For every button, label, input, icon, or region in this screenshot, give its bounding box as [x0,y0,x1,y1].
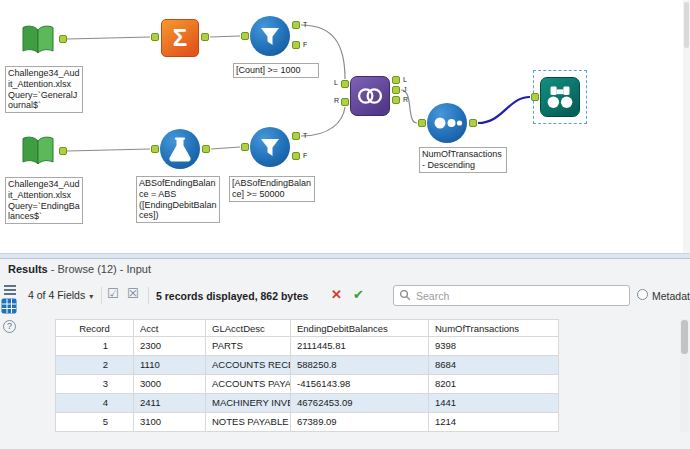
filter1-true-anchor[interactable] [292,21,300,29]
table-cell[interactable]: 8684 [429,356,559,375]
table-cell[interactable]: 9398 [429,337,559,356]
sort-input-anchor[interactable] [418,119,426,127]
table-cell[interactable]: -4156143.98 [291,375,429,394]
search-box [393,285,630,306]
record-number-cell[interactable]: 3 [56,375,134,394]
select-cells-icon[interactable]: ☑ [107,286,119,301]
browse-input-anchor[interactable] [531,93,539,101]
table-cell[interactable]: 67389.09 [291,413,429,432]
wire-formula-to-filter2[interactable] [211,147,240,149]
formula-output-anchor[interactable] [202,145,210,153]
records-info: 5 records displayed, 862 bytes [156,290,308,302]
column-header-glacctdesc[interactable]: GLAcctDesc [206,319,291,337]
help-icon[interactable]: ? [3,320,16,333]
table-row: 33000ACCOUNTS PAYABLE-4156143.988201 [56,375,559,394]
input-data-tool-generaljournal[interactable] [18,20,58,60]
wire-input1-to-summarize[interactable] [67,37,150,39]
table-cell[interactable]: 3000 [134,375,206,394]
apply-check-icon[interactable]: ✔ [353,287,364,302]
join-join-output-anchor[interactable] [392,86,400,94]
formula-tool[interactable] [160,129,200,169]
results-toolbar: 4 of 4 Fields▾ ☑ ☒ 5 records displayed, … [0,281,690,311]
table-cell[interactable]: 2111445.81 [291,337,429,356]
fields-dropdown[interactable]: 4 of 4 Fields▾ [28,289,93,301]
fields-dropdown-label: 4 of 4 Fields [28,289,85,301]
results-vertical-scrollbar[interactable] [680,319,689,432]
scrollbar-thumb[interactable] [684,2,689,48]
input-data-tool-endingbalances[interactable] [18,131,58,171]
column-header-acct[interactable]: Acct [134,319,206,337]
filter1-false-anchor[interactable] [292,41,300,49]
table-cell[interactable]: 2300 [134,337,206,356]
sigma-icon: Σ [162,20,198,56]
toolbar-separator [101,287,102,304]
summarize-input-anchor[interactable] [151,33,159,41]
anchor-label-false: F [303,152,307,160]
input2-output-anchor[interactable] [59,147,67,155]
sort-output-anchor[interactable] [469,119,477,127]
filter2-false-anchor[interactable] [292,152,300,160]
summarize-output-anchor[interactable] [201,33,209,41]
table-cell[interactable]: NOTES PAYABLE [206,413,291,432]
deselect-cells-icon[interactable]: ☒ [127,286,139,301]
join-tool[interactable] [350,76,390,116]
filter2-true-anchor[interactable] [292,132,300,140]
table-cell[interactable]: 3100 [134,413,206,432]
summarize-tool[interactable]: Σ [161,19,199,57]
join-left-output-anchor[interactable] [392,76,400,84]
table-cell[interactable]: 2411 [134,394,206,413]
table-cell[interactable]: 8201 [429,375,559,394]
table-row: 42411MACHINERY INVENTORY46762453.091441 [56,394,559,413]
results-subtitle: - Browse (12) - Input [51,263,151,275]
table-cell[interactable]: 46762453.09 [291,394,429,413]
annotation-input1[interactable]: Challenge34_Audit_Attention.xlsx Query=`… [5,66,83,113]
formula-input-anchor[interactable] [151,145,159,153]
filter-tool-count[interactable] [250,16,290,56]
table-cell[interactable]: 1214 [429,413,559,432]
wire-join-to-sort[interactable] [401,90,417,123]
table-cell[interactable]: PARTS [206,337,291,356]
canvas-vertical-scrollbar[interactable] [683,0,690,253]
column-header-record[interactable]: Record [56,319,134,337]
browse-tool[interactable] [540,77,580,117]
help-glyph: ? [7,321,12,331]
table-cell[interactable]: ACCOUNTS PAYABLE [206,375,291,394]
wire-input2-to-formula[interactable] [67,149,150,151]
filter2-input-anchor[interactable] [241,143,249,151]
join-right-input-anchor[interactable] [341,98,349,106]
table-cell[interactable]: 1110 [134,356,206,375]
record-number-cell[interactable]: 2 [56,356,134,375]
filter-tool-abs[interactable] [250,127,290,167]
column-header-endingdebitbalances[interactable]: EndingDebitBalances [291,319,429,337]
record-number-cell[interactable]: 1 [56,337,134,356]
table-cell[interactable]: ACCOUNTS RECEIVABLE [206,356,291,375]
annotation-filter1[interactable]: [Count] >= 1000 [233,63,319,78]
wire-summarize-to-filter1[interactable] [210,36,240,37]
join-right-output-anchor[interactable] [392,96,400,104]
annotation-sort[interactable]: NumOfTransactions - Descending [419,147,507,173]
table-cell[interactable]: MACHINERY INVENTORY [206,394,291,413]
filter1-input-anchor[interactable] [241,32,249,40]
workflow-canvas[interactable]: Σ [0,0,690,253]
join-left-input-anchor[interactable] [341,80,349,88]
results-panel: Results- Browse (12) - Input ? 4 of 4 Fi… [0,258,690,449]
search-input[interactable] [393,285,630,306]
record-number-cell[interactable]: 4 [56,394,134,413]
anchor-label-true: T [303,21,307,29]
sort-tool[interactable] [427,103,467,143]
annotation-filter2[interactable]: [ABSofEndingBalance] >= 50000 [229,176,315,202]
metadata-radio[interactable] [637,289,648,300]
record-number-cell[interactable]: 5 [56,413,134,432]
input1-output-anchor[interactable] [59,35,67,43]
clear-icon[interactable]: ✕ [331,287,342,302]
scrollbar-thumb[interactable] [681,320,688,354]
column-header-numoftransactions[interactable]: NumOfTransactions [429,319,559,337]
table-cell[interactable]: 588250.8 [291,356,429,375]
wire-filter2-true-to-join-right[interactable] [301,107,345,136]
annotation-input2[interactable]: Challenge34_Audit_Attention.xlsx Query=`… [5,177,83,224]
anchor-label-join: J [403,86,407,94]
table-cell[interactable]: 1441 [429,394,559,413]
annotation-formula[interactable]: ABSofEndingBalance = ABS ([EndingDebitBa… [136,176,220,223]
results-title: Results- Browse (12) - Input [8,263,151,275]
wire-sort-to-browse-selected[interactable] [478,97,530,123]
